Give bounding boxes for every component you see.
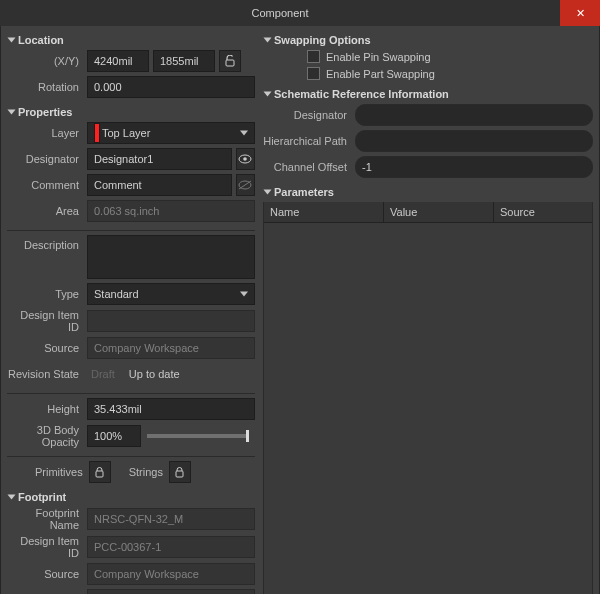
schref-designator-value: [355, 104, 593, 126]
type-label: Type: [7, 288, 87, 300]
primitives-lock-button[interactable]: [89, 461, 111, 483]
fp-design-item-id-label: Design Item ID: [7, 535, 87, 559]
fp-source-label: Source: [7, 568, 87, 580]
type-select[interactable]: Standard: [87, 283, 255, 305]
left-column: Location (X/Y) Rotation Properties Lay: [1, 26, 261, 594]
footprint-header[interactable]: Footprint: [7, 487, 255, 507]
height-field[interactable]: [87, 398, 255, 420]
main-content: Location (X/Y) Rotation Properties Lay: [0, 26, 600, 594]
enable-part-swapping-checkbox[interactable]: [307, 67, 320, 80]
schref-header[interactable]: Schematic Reference Information: [263, 84, 593, 104]
layer-select[interactable]: Top Layer: [87, 122, 255, 144]
design-item-id-label: Design Item ID: [7, 309, 87, 333]
titlebar: Component ✕: [0, 0, 600, 26]
opacity-field[interactable]: [87, 425, 141, 447]
slider-thumb-icon: [246, 430, 249, 442]
col-name[interactable]: Name: [264, 202, 384, 222]
collapse-icon: [264, 38, 272, 43]
fp-description-label: Description: [7, 589, 87, 594]
divider: [7, 456, 255, 457]
schref-designator-label: Designator: [263, 109, 355, 121]
svg-rect-6: [176, 471, 183, 477]
revision-state-label: Revision State: [7, 368, 87, 380]
lock-xy-button[interactable]: [219, 50, 241, 72]
y-field[interactable]: [153, 50, 215, 72]
svg-rect-0: [226, 60, 234, 66]
x-field[interactable]: [87, 50, 149, 72]
parameters-table-header: Name Value Source: [264, 202, 592, 223]
swapping-header[interactable]: Swapping Options: [263, 30, 593, 50]
right-column: Swapping Options Enable Pin Swapping Ena…: [261, 26, 599, 594]
collapse-icon: [264, 190, 272, 195]
parameters-header-label: Parameters: [274, 186, 334, 198]
schref-offset-label: Channel Offset: [263, 161, 355, 173]
window-title: Component: [0, 7, 560, 19]
collapse-icon: [264, 92, 272, 97]
designator-label: Designator: [7, 153, 87, 165]
properties-header[interactable]: Properties: [7, 102, 255, 122]
comment-visibility-button[interactable]: [236, 174, 255, 196]
lock-icon: [95, 467, 104, 478]
type-value: Standard: [94, 288, 139, 300]
layer-value: Top Layer: [102, 127, 150, 139]
area-label: Area: [7, 205, 87, 217]
footprint-name-label: Footprint Name: [7, 507, 87, 531]
primitives-label: Primitives: [35, 466, 83, 478]
eye-icon: [238, 154, 252, 164]
parameters-empty-area: [264, 223, 592, 594]
eye-off-icon: [238, 180, 252, 190]
designator-visibility-button[interactable]: [236, 148, 255, 170]
collapse-icon: [8, 495, 16, 500]
comment-label: Comment: [7, 179, 87, 191]
xy-label: (X/Y): [7, 55, 87, 67]
source-label: Source: [7, 342, 87, 354]
location-header[interactable]: Location: [7, 30, 255, 50]
enable-part-swapping-label: Enable Part Swapping: [326, 68, 435, 80]
svg-point-2: [244, 157, 248, 161]
rotation-field[interactable]: [87, 76, 255, 98]
schref-path-value: [355, 130, 593, 152]
divider: [7, 230, 255, 231]
close-button[interactable]: ✕: [560, 0, 600, 26]
designator-field[interactable]: [87, 148, 232, 170]
fp-source-value: Company Workspace: [87, 563, 255, 585]
height-label: Height: [7, 403, 87, 415]
fp-design-item-id-value: PCC-00367-1: [87, 536, 255, 558]
layer-color-swatch: [94, 123, 100, 143]
parameters-header[interactable]: Parameters: [263, 182, 593, 202]
schref-path-label: Hierarchical Path: [263, 135, 355, 147]
description-label: Description: [7, 235, 87, 251]
swapping-header-label: Swapping Options: [274, 34, 371, 46]
divider: [7, 393, 255, 394]
comment-field[interactable]: [87, 174, 232, 196]
layer-label: Layer: [7, 127, 87, 139]
opacity-slider[interactable]: [147, 434, 249, 438]
fp-description-value: QFN, 32-Leads, Body 5.1x5.1mm, Pitch 0.5…: [87, 589, 255, 594]
strings-label: Strings: [129, 466, 163, 478]
revision-draft-tag: Draft: [87, 366, 119, 382]
footprint-name-value: NRSC-QFN-32_M: [87, 508, 255, 530]
collapse-icon: [8, 38, 16, 43]
enable-pin-swapping-label: Enable Pin Swapping: [326, 51, 431, 63]
lock-icon: [175, 467, 184, 478]
source-value: Company Workspace: [87, 337, 255, 359]
area-value: 0.063 sq.inch: [87, 200, 255, 222]
svg-rect-5: [96, 471, 103, 477]
schref-header-label: Schematic Reference Information: [274, 88, 449, 100]
close-icon: ✕: [576, 7, 585, 20]
design-item-id-value: [87, 310, 255, 332]
footprint-header-label: Footprint: [18, 491, 66, 503]
description-field[interactable]: [87, 235, 255, 279]
collapse-icon: [8, 110, 16, 115]
parameters-table: Name Value Source: [263, 202, 593, 594]
properties-header-label: Properties: [18, 106, 72, 118]
unlock-icon: [225, 55, 235, 67]
col-value[interactable]: Value: [384, 202, 494, 222]
opacity-label: 3D Body Opacity: [7, 424, 87, 448]
location-header-label: Location: [18, 34, 64, 46]
schref-offset-value: -1: [355, 156, 593, 178]
enable-pin-swapping-checkbox[interactable]: [307, 50, 320, 63]
col-source[interactable]: Source: [494, 202, 592, 222]
revision-state-value: Up to date: [125, 366, 184, 382]
strings-lock-button[interactable]: [169, 461, 191, 483]
